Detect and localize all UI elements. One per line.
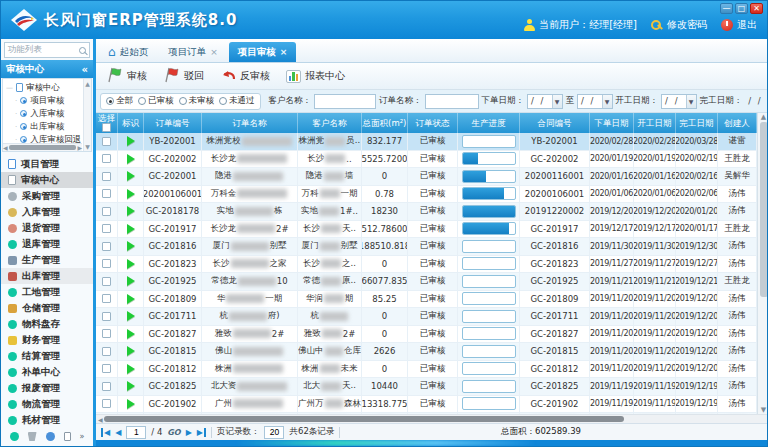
tree-horizontal-scrollbar[interactable]: ◀▶ xyxy=(3,143,82,151)
collapse-icon[interactable]: « xyxy=(82,64,88,75)
table-row[interactable]: GC-201827雅致2#雅致2#0已审核GC-2018272019/11/20… xyxy=(96,326,757,344)
column-header-3[interactable]: 订单名称 xyxy=(202,113,298,133)
row-checkbox[interactable] xyxy=(102,189,111,198)
toolbar-button-2[interactable]: 反审核 xyxy=(220,68,270,84)
sidebar-item-13[interactable]: 补单中心 xyxy=(1,364,93,380)
scrollbar-thumb[interactable] xyxy=(760,122,768,297)
row-checkbox[interactable] xyxy=(102,347,111,356)
dropdown-icon[interactable]: ▼ xyxy=(552,95,562,108)
sidebar-item-6[interactable]: 生产管理 xyxy=(1,252,93,268)
first-page-button[interactable]: ◀ xyxy=(101,428,110,437)
table-row[interactable]: GC-201925常德龙10常德原..266077.835..已审核GC-201… xyxy=(96,273,757,291)
tab-close-icon[interactable]: × xyxy=(210,47,218,57)
toolbar-button-3[interactable]: 报表中心 xyxy=(286,69,345,83)
customer-name-input[interactable] xyxy=(314,94,376,109)
row-checkbox[interactable] xyxy=(102,294,111,303)
tab-item-2[interactable]: 项目审核× xyxy=(229,42,297,62)
sidebar-item-12[interactable]: 结算管理 xyxy=(1,348,93,364)
tree-vertical-scrollbar[interactable]: ▲▼ xyxy=(83,79,91,151)
row-checkbox[interactable] xyxy=(102,259,111,268)
page-size-input[interactable] xyxy=(264,426,284,439)
row-checkbox[interactable] xyxy=(102,382,111,391)
sidebar-item-16[interactable]: 耗材管理 xyxy=(1,412,93,428)
column-header-7[interactable]: 生产进度 xyxy=(458,113,520,133)
tree-root[interactable]: — 审核中心 xyxy=(6,81,83,94)
sidebar-item-11[interactable]: 财务管理 xyxy=(1,332,93,348)
row-checkbox[interactable] xyxy=(102,399,111,408)
column-header-12[interactable]: 创建人 xyxy=(718,113,757,133)
column-header-6[interactable]: 订单状态 xyxy=(408,113,458,133)
table-row[interactable]: GC-201815佛山佛山中仓库2626已审核GC-2018152019/11/… xyxy=(96,343,757,361)
scrollbar-thumb[interactable] xyxy=(104,416,624,422)
tab-close-icon[interactable]: × xyxy=(280,47,288,57)
prev-page-button[interactable]: ◀ xyxy=(115,428,121,437)
row-checkbox[interactable] xyxy=(102,154,111,163)
row-checkbox[interactable] xyxy=(102,242,111,251)
sidebar-item-9[interactable]: 仓储管理 xyxy=(1,300,93,316)
column-header-9[interactable]: 下单日期 xyxy=(590,113,634,133)
dot-blue-icon[interactable] xyxy=(46,432,55,441)
sidebar-item-14[interactable]: 报废管理 xyxy=(1,380,93,396)
next-page-button[interactable]: ▶ xyxy=(186,428,192,437)
row-checkbox[interactable] xyxy=(102,364,111,373)
radio-option-3[interactable]: 未通过 xyxy=(219,95,255,107)
table-row[interactable]: GC-2018178实地栋实地1#..18230已审核2019122000220… xyxy=(96,203,757,221)
scroll-left-icon[interactable]: ◀ xyxy=(98,416,103,423)
row-checkbox[interactable] xyxy=(102,137,111,146)
sidebar-item-4[interactable]: 退货管理 xyxy=(1,220,93,236)
column-header-10[interactable]: 开工日期 xyxy=(634,113,676,133)
more-icon[interactable]: » xyxy=(80,432,85,441)
scroll-up-icon[interactable]: ▲ xyxy=(761,113,766,121)
table-row[interactable]: GC-201812株洲株洲未来0已审核GC-2018122019/11/2020… xyxy=(96,361,757,379)
tree-item-1[interactable]: ·入库审核 xyxy=(6,107,83,120)
sidebar-item-1[interactable]: 审核中心 xyxy=(1,172,93,188)
row-checkbox[interactable] xyxy=(102,172,111,181)
column-header-1[interactable]: 标识 xyxy=(118,113,144,133)
column-header-2[interactable]: 订单编号 xyxy=(144,113,202,133)
sidebar-item-8[interactable]: 工地管理 xyxy=(1,284,93,300)
sidebar-item-10[interactable]: 物料盘存 xyxy=(1,316,93,332)
sidebar-item-2[interactable]: 采购管理 xyxy=(1,188,93,204)
radio-option-1[interactable]: 已审核 xyxy=(138,95,174,107)
table-row[interactable]: GC-201902广州广州万森林13318.775已审核GC-201902201… xyxy=(96,396,757,414)
row-checkbox[interactable] xyxy=(102,277,111,286)
page-icon[interactable] xyxy=(64,432,71,441)
minimize-button[interactable]: — xyxy=(720,3,733,14)
table-row[interactable]: GC-201816厦门别墅厦门别墅188510.818已审核GC-2018162… xyxy=(96,238,757,256)
table-row[interactable]: GC-202001隐港隐港墙0已审核202001160012020/01/162… xyxy=(96,168,757,186)
table-row[interactable]: GC-201823长沙之家长沙之..0已审核GC-2018232019/11/2… xyxy=(96,256,757,274)
logout-button[interactable]: 退出 xyxy=(721,18,757,32)
row-checkbox[interactable] xyxy=(102,312,111,321)
sidebar-item-0[interactable]: 项目管理 xyxy=(1,156,93,172)
sidebar-item-3[interactable]: 入库管理 xyxy=(1,204,93,220)
order-date-to-picker[interactable]: / / ▼ xyxy=(577,94,613,109)
close-button[interactable]: ✕ xyxy=(750,3,763,14)
sidebar-item-7[interactable]: 出库管理 xyxy=(1,268,93,284)
tab-home[interactable]: ⌂起始页 xyxy=(99,42,157,62)
table-row[interactable]: GC-201917长沙龙2#长沙天..8512.78600..已审核GC-201… xyxy=(96,221,757,239)
table-row[interactable]: 20200106001万科金万科一期0.78已审核202001060012020… xyxy=(96,186,757,204)
radio-option-0[interactable]: 全部 xyxy=(106,95,133,107)
maximize-button[interactable]: □ xyxy=(735,3,748,14)
row-checkbox[interactable] xyxy=(102,224,111,233)
table-row[interactable]: GC-201825北大资北大天..10440已审核GC-2018252019/1… xyxy=(96,378,757,396)
table-horizontal-scrollbar[interactable]: ◀ xyxy=(96,414,767,423)
sidebar-item-15[interactable]: 物流管理 xyxy=(1,396,93,412)
last-page-button[interactable]: ▶ xyxy=(197,428,206,437)
scroll-down-icon[interactable]: ▼ xyxy=(761,406,766,414)
dropdown-icon[interactable]: ▼ xyxy=(602,95,612,108)
change-password-button[interactable]: 修改密码 xyxy=(651,18,707,32)
table-row[interactable]: GC-201711杭府)杭0已审核GC-2017112019/11/202019… xyxy=(96,308,757,326)
finish-date-picker[interactable]: / / xyxy=(745,94,767,109)
sidebar-item-5[interactable]: 退库管理 xyxy=(1,236,93,252)
dot-teal-icon[interactable] xyxy=(10,432,19,441)
column-header-8[interactable]: 合同编号 xyxy=(520,113,590,133)
go-button[interactable]: GO xyxy=(167,428,180,437)
table-row[interactable]: GC-202002长沙龙长沙..65525.7200..已审核GC-202002… xyxy=(96,151,757,169)
row-checkbox[interactable] xyxy=(102,329,111,338)
dropdown-icon[interactable]: ▼ xyxy=(686,95,696,108)
function-search-input[interactable]: 功能列表 xyxy=(4,42,90,58)
table-vertical-scrollbar[interactable]: ▲ ▼ xyxy=(757,113,768,414)
tab-item-1[interactable]: 项目订单× xyxy=(159,42,227,62)
column-header-5[interactable]: 总面积(m²) xyxy=(362,113,408,133)
